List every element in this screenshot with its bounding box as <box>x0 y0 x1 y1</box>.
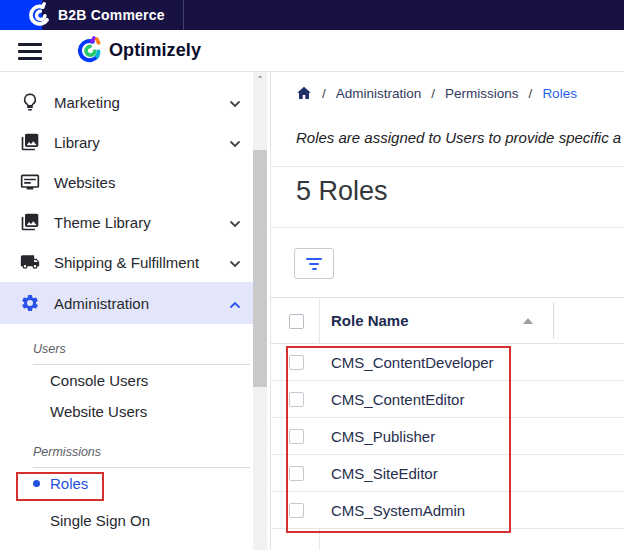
sort-ascending-icon[interactable] <box>523 318 533 324</box>
group-label-users: Users <box>0 336 253 364</box>
table-header: Role Name <box>271 297 624 344</box>
table-row[interactable]: CMS_Publisher <box>271 418 624 455</box>
page-title: 5 Roles <box>296 176 388 207</box>
truck-icon <box>20 252 40 272</box>
selected-bullet-icon <box>33 480 40 487</box>
breadcrumb-administration[interactable]: Administration <box>336 86 422 101</box>
sidebar-group-users: Users Console Users Website Users <box>0 336 253 427</box>
hamburger-menu-icon[interactable] <box>18 43 42 60</box>
scroll-up-arrow-icon[interactable]: ⌃ <box>253 72 267 87</box>
photo-library-icon <box>20 212 40 232</box>
role-name-cell: CMS_Publisher <box>331 418 435 455</box>
sidebar-item-label: Roles <box>50 475 88 492</box>
role-name-cell: CMS_SiteEditor <box>331 455 438 492</box>
group-label-permissions: Permissions <box>0 439 253 467</box>
breadcrumb-permissions[interactable]: Permissions <box>445 86 519 101</box>
chevron-down-icon <box>229 94 241 111</box>
sidebar-item-administration[interactable]: Administration <box>0 282 253 324</box>
gear-icon <box>20 293 40 313</box>
optimizely-color-mark-icon <box>74 34 106 66</box>
divider <box>271 227 624 228</box>
sidebar-item-roles[interactable]: Roles <box>0 468 253 499</box>
breadcrumb-separator: / <box>322 86 326 101</box>
sidebar-item-shipping-fulfillment[interactable]: Shipping & Fulfillment <box>0 242 253 282</box>
role-name-cell: CMS_ContentDeveloper <box>331 344 494 381</box>
role-name-cell: CMS_SystemAdmin <box>331 492 465 529</box>
topbar: B2B Commerce <box>0 0 624 30</box>
product-title: B2B Commerce <box>58 0 165 30</box>
column-header-role-name[interactable]: Role Name <box>331 312 409 329</box>
table-row[interactable]: CMS_SiteEditor <box>271 455 624 492</box>
sidebar-item-console-users[interactable]: Console Users <box>0 365 253 396</box>
topbar-divider <box>183 0 184 30</box>
sidebar-item-library[interactable]: Library <box>0 122 253 162</box>
brand-wordmark: Optimizely <box>109 40 201 61</box>
breadcrumb-roles[interactable]: Roles <box>542 86 577 101</box>
chevron-up-icon <box>229 295 241 312</box>
breadcrumb-separator: / <box>529 86 533 101</box>
row-checkbox[interactable] <box>289 429 304 444</box>
breadcrumb-separator: / <box>431 86 435 101</box>
sidebar-item-theme-library[interactable]: Theme Library <box>0 202 253 242</box>
sidebar-item-website-users[interactable]: Website Users <box>0 396 253 427</box>
main-content: / Administration / Permissions / Roles R… <box>270 72 624 550</box>
sidebar-scrollbar[interactable]: ⌃ <box>253 72 267 550</box>
sidebar: Marketing Library Websites <box>0 72 253 550</box>
photo-library-icon <box>20 132 40 152</box>
chevron-down-icon <box>229 134 241 151</box>
sidebar-item-label: Library <box>54 134 229 151</box>
lightbulb-icon <box>20 92 40 112</box>
filter-button[interactable] <box>294 248 334 279</box>
sidebar-item-single-sign-on[interactable]: Single Sign On <box>0 505 253 536</box>
table-row[interactable]: CMS_ContentEditor <box>271 381 624 418</box>
sidebar-item-marketing[interactable]: Marketing <box>0 82 253 122</box>
row-checkbox[interactable] <box>289 355 304 370</box>
breadcrumb: / Administration / Permissions / Roles <box>296 85 577 101</box>
sidebar-group-permissions: Permissions Roles Single Sign On <box>0 439 253 536</box>
optimizely-brand-logo[interactable]: Optimizely <box>74 34 201 66</box>
sidebar-item-label: Administration <box>54 295 229 312</box>
filter-icon <box>306 258 322 260</box>
select-all-checkbox[interactable] <box>289 314 304 329</box>
sidebar-item-websites[interactable]: Websites <box>0 162 253 202</box>
screen: B2B Commerce Optimizely Mark <box>0 0 624 550</box>
column-resize-handle[interactable] <box>553 302 554 339</box>
row-checkbox[interactable] <box>289 503 304 518</box>
divider <box>271 166 624 167</box>
row-checkbox[interactable] <box>289 392 304 407</box>
row-checkbox[interactable] <box>289 466 304 481</box>
sidebar-item-label: Theme Library <box>54 214 229 231</box>
home-icon[interactable] <box>296 85 312 101</box>
app-header: Optimizely <box>0 30 624 72</box>
sidebar-item-label: Websites <box>54 174 241 191</box>
page-description: Roles are assigned to Users to provide s… <box>296 129 621 146</box>
chevron-down-icon <box>229 214 241 231</box>
browser-icon <box>20 172 40 192</box>
scrollbar-thumb[interactable] <box>253 150 267 387</box>
role-name-cell: CMS_ContentEditor <box>331 381 464 418</box>
sidebar-item-label: Marketing <box>54 94 229 111</box>
optimizely-mark-icon <box>26 1 54 29</box>
sidebar-item-label: Shipping & Fulfillment <box>54 254 229 271</box>
table-row[interactable]: CMS_SystemAdmin <box>271 492 624 529</box>
chevron-down-icon <box>229 254 241 271</box>
table-row[interactable]: CMS_ContentDeveloper <box>271 344 624 381</box>
